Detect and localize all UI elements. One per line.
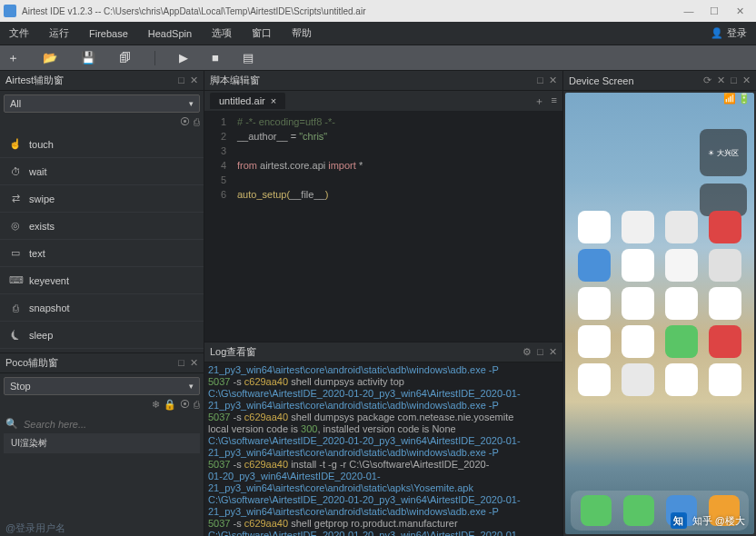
- app-icon[interactable]: [622, 287, 654, 320]
- poco-mode-dropdown[interactable]: Stop ▾: [4, 377, 200, 395]
- menu-help[interactable]: 帮助: [292, 26, 312, 40]
- sleep-icon: ⏾: [9, 330, 22, 341]
- cmd-snapshot[interactable]: ⎙snapshot: [0, 294, 204, 322]
- panel-float-icon[interactable]: □: [731, 74, 737, 86]
- stop-icon[interactable]: ■: [212, 51, 219, 65]
- app-icon[interactable]: [622, 211, 654, 243]
- device-panel-header: Device Screen ⟳✕□✕: [563, 71, 756, 91]
- log-panel-header: Log查看窗 ⚙□✕: [204, 342, 562, 362]
- save-all-icon[interactable]: 🗐: [119, 51, 131, 65]
- poco-search: 🔍: [0, 414, 204, 433]
- app-icon[interactable]: [578, 363, 611, 396]
- search-input[interactable]: [24, 419, 198, 430]
- app-icon[interactable]: [622, 249, 654, 282]
- panel-close-icon[interactable]: ✕: [190, 357, 198, 369]
- menu-file[interactable]: 文件: [9, 26, 29, 40]
- app-icon[interactable]: [665, 363, 698, 396]
- panel-float-icon[interactable]: □: [537, 346, 543, 358]
- app-icon[interactable]: [578, 249, 611, 282]
- minimize-button[interactable]: —: [676, 2, 701, 20]
- editor-tabs: untitled.air × ＋≡: [204, 91, 562, 111]
- app-icon[interactable]: [578, 325, 611, 358]
- cmd-keyevent[interactable]: ⌨keyevent: [0, 267, 204, 294]
- chevron-down-icon: ▾: [189, 99, 194, 108]
- panel-close-icon[interactable]: ✕: [549, 74, 557, 86]
- titlebar: Airtest IDE v1.2.3 -- C:\Users\chris\App…: [0, 0, 756, 22]
- cmd-exists[interactable]: ◎exists: [0, 213, 204, 240]
- panel-float-icon[interactable]: □: [178, 357, 184, 369]
- touch-icon: ☝: [9, 138, 22, 150]
- zhihu-icon: 知: [671, 512, 687, 529]
- cmd-sleep[interactable]: ⏾sleep: [0, 322, 204, 349]
- menu-firebase[interactable]: Firebase: [89, 28, 128, 39]
- menubar: 文件 运行 Firebase HeadSpin 选项 窗口 帮助 👤 登录: [0, 22, 756, 45]
- app-icon[interactable]: [665, 325, 698, 358]
- filter-icon[interactable]: ⚙: [522, 346, 532, 358]
- window-title: Airtest IDE v1.2.3 -- C:\Users\chris\App…: [22, 6, 676, 16]
- close-button[interactable]: ✕: [727, 2, 752, 20]
- code-body[interactable]: # -*- encoding=utf8 -*- __author__ = "ch…: [232, 111, 562, 342]
- login-button[interactable]: 👤 登录: [711, 26, 747, 40]
- menu-run[interactable]: 运行: [49, 26, 69, 40]
- panel-close-icon[interactable]: ✕: [190, 74, 198, 86]
- panel-close-icon[interactable]: ✕: [549, 346, 557, 358]
- cmd-touch[interactable]: ☝touch: [0, 131, 204, 158]
- app-icon[interactable]: [709, 287, 741, 320]
- device-statusbar: 📶🔋: [565, 93, 754, 104]
- app-icon[interactable]: [665, 249, 698, 282]
- app-icon[interactable]: [622, 325, 654, 358]
- close-icon[interactable]: ×: [271, 95, 276, 106]
- cmd-swipe[interactable]: ⇄swipe: [0, 185, 204, 213]
- app-icon[interactable]: [709, 325, 741, 358]
- lock-icon[interactable]: 🔒: [164, 399, 176, 411]
- save-icon[interactable]: 💾: [81, 51, 95, 65]
- text-icon: ▭: [9, 247, 22, 259]
- open-icon[interactable]: 📂: [43, 51, 57, 65]
- record-icon[interactable]: ⦿: [180, 399, 190, 411]
- user-icon: 👤: [711, 27, 723, 39]
- script-editor-header: 脚本编辑窗 □✕: [204, 71, 562, 91]
- freeze-icon[interactable]: ❄: [152, 399, 160, 411]
- weather-widget: ☀ 大兴区: [700, 129, 747, 176]
- menu-options[interactable]: 选项: [212, 26, 232, 40]
- poco-panel-header: Poco辅助窗 □✕: [0, 353, 204, 373]
- menu-window[interactable]: 窗口: [252, 26, 272, 40]
- app-icon[interactable]: [709, 249, 741, 282]
- panel-float-icon[interactable]: □: [537, 74, 543, 86]
- report-icon[interactable]: ▤: [243, 51, 254, 65]
- command-list: ☝touch ⏱wait ⇄swipe ◎exists ▭text ⌨keyev…: [0, 131, 204, 349]
- tab-untitled[interactable]: untitled.air ×: [210, 93, 285, 109]
- app-icon[interactable]: [665, 287, 698, 320]
- app-icon[interactable]: [578, 287, 611, 320]
- cmd-wait[interactable]: ⏱wait: [0, 158, 204, 185]
- airtest-filter-dropdown[interactable]: All ▾: [4, 94, 200, 113]
- menu-headspin[interactable]: HeadSpin: [148, 28, 192, 39]
- app-icon[interactable]: [709, 363, 741, 396]
- menu-icon[interactable]: ≡: [552, 94, 557, 108]
- tools-icon[interactable]: ✕: [717, 74, 725, 86]
- run-icon[interactable]: ▶: [179, 51, 188, 65]
- camera-icon[interactable]: ⎙: [194, 399, 200, 411]
- phone-app-icon[interactable]: [581, 495, 612, 526]
- app-icon[interactable]: [709, 211, 741, 243]
- messages-app-icon[interactable]: [623, 495, 654, 526]
- log-output[interactable]: 21_py3_win64\airtest\core\android\static…: [204, 362, 562, 536]
- rotate-icon[interactable]: ⟳: [703, 74, 711, 86]
- add-tab-icon[interactable]: ＋: [534, 94, 544, 108]
- new-icon[interactable]: ＋: [7, 50, 19, 66]
- app-icon[interactable]: [622, 363, 654, 396]
- panel-float-icon[interactable]: □: [178, 74, 184, 86]
- device-screen[interactable]: 📶🔋 ☀ 大兴区: [565, 93, 754, 534]
- record-icon[interactable]: ⦿: [180, 116, 190, 127]
- exists-icon: ◎: [9, 220, 22, 232]
- camera-icon[interactable]: ⎙: [194, 116, 200, 127]
- cmd-text[interactable]: ▭text: [0, 240, 204, 267]
- app-icon: [4, 5, 16, 17]
- app-icon[interactable]: [578, 211, 611, 243]
- ui-tree-root[interactable]: UI渲染树: [4, 433, 200, 453]
- toolbar: ＋ 📂 💾 🗐 ▶ ■ ▤: [0, 45, 756, 71]
- code-editor[interactable]: 123456 # -*- encoding=utf8 -*- __author_…: [204, 111, 562, 342]
- maximize-button[interactable]: ☐: [701, 2, 727, 20]
- panel-close-icon[interactable]: ✕: [742, 74, 751, 86]
- app-icon[interactable]: [665, 211, 698, 243]
